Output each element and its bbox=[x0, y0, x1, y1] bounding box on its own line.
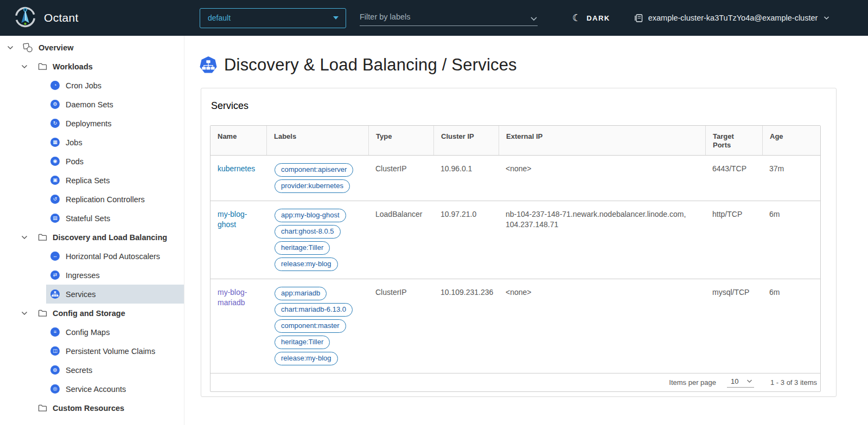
sidebar-item-secrets[interactable]: ◍Secrets bbox=[46, 360, 184, 379]
cell-age: 37m bbox=[762, 156, 820, 201]
context-value: example-cluster-ka3TuTzYo4a@example-clus… bbox=[648, 14, 818, 22]
stateful-sets-icon: ▤ bbox=[50, 214, 60, 223]
label-badge[interactable]: chart:ghost-8.0.5 bbox=[275, 225, 341, 239]
folder-icon bbox=[38, 309, 47, 317]
daemon-sets-icon: ⚙ bbox=[50, 100, 60, 109]
sidebar-item-daemon-sets[interactable]: ⚙Daemon Sets bbox=[46, 95, 184, 114]
table-header-row: NameLabelsTypeCluster IPExternal IPTarge… bbox=[210, 126, 820, 156]
card-title: Services bbox=[211, 100, 821, 112]
cell-external-ip: <none> bbox=[499, 156, 705, 201]
caret-down-icon bbox=[333, 16, 339, 20]
secrets-icon: ◍ bbox=[50, 365, 60, 375]
chevron-down-icon bbox=[824, 16, 829, 20]
label-filter bbox=[360, 12, 538, 26]
service-name-link[interactable]: kubernetes bbox=[218, 164, 255, 173]
brand: Octant bbox=[0, 6, 184, 30]
sidebar-item-config-maps[interactable]: ≡Config Maps bbox=[46, 323, 184, 342]
app-header: Octant default ☾ DARK example-cluster-ka… bbox=[0, 0, 868, 36]
label-badge[interactable]: app:mariadb bbox=[275, 287, 327, 300]
column-header-type: Type bbox=[368, 126, 433, 155]
label-badge[interactable]: app:my-blog-ghost bbox=[275, 209, 346, 222]
main-content: Discovery & Load Balancing / Services Se… bbox=[184, 36, 868, 425]
label-badge[interactable]: provider:kubernetes bbox=[275, 179, 350, 193]
label-badge[interactable]: heritage:Tiller bbox=[275, 336, 330, 349]
sidebar-item-service-accounts[interactable]: ◎Service Accounts bbox=[46, 379, 184, 398]
sidebar-item-jobs[interactable]: ▦Jobs bbox=[46, 133, 184, 152]
service-accounts-icon: ◎ bbox=[50, 384, 60, 394]
items-per-page-label: Items per page bbox=[669, 378, 716, 387]
horizontal-pod-autoscalers-icon: ↔ bbox=[50, 252, 60, 261]
folder-icon bbox=[38, 404, 47, 412]
label-badge[interactable]: release:my-blog bbox=[275, 257, 338, 271]
service-name-link[interactable]: my-blog-mariadb bbox=[218, 288, 247, 307]
chevron-down-icon[interactable] bbox=[21, 65, 28, 69]
octant-logo-icon bbox=[14, 6, 36, 30]
sidebar-item-workloads[interactable]: Workloads bbox=[0, 57, 184, 76]
persistent-volume-claims-icon: ◫ bbox=[50, 346, 60, 356]
column-header-age: Age bbox=[762, 126, 820, 155]
context-selector[interactable]: example-cluster-ka3TuTzYo4a@example-clus… bbox=[634, 14, 830, 23]
deployments-icon: ↻ bbox=[50, 119, 60, 128]
label-badge[interactable]: release:my-blog bbox=[275, 352, 338, 365]
sidebar-item-deployments[interactable]: ↻Deployments bbox=[46, 114, 184, 133]
chevron-down-icon bbox=[746, 379, 752, 383]
cell-name: my-blog-mariadb bbox=[210, 279, 266, 373]
cell-labels: component:apiserverprovider:kubernetes bbox=[266, 156, 368, 201]
sidebar-item-ingresses[interactable]: ⇄Ingresses bbox=[46, 266, 184, 285]
pagination-range: 1 - 3 of 3 items bbox=[770, 378, 817, 387]
services-icon bbox=[50, 289, 60, 299]
namespace-value: default bbox=[208, 14, 231, 22]
cell-cluster-ip: 10.109.231.236 bbox=[433, 279, 499, 373]
sidebar-item-cron-jobs[interactable]: ◔Cron Jobs bbox=[46, 76, 184, 95]
sidebar-item-replication-controllers[interactable]: ↺Replication Controllers bbox=[46, 190, 184, 209]
cron-jobs-icon: ◔ bbox=[50, 81, 60, 90]
cell-type: ClusterIP bbox=[368, 279, 433, 373]
cell-age: 6m bbox=[762, 201, 820, 279]
cell-external-ip: nb-104-237-148-71.newark.nodebalancer.li… bbox=[499, 201, 705, 279]
column-header-target-ports: Target Ports bbox=[705, 126, 762, 155]
sidebar-item-stateful-sets[interactable]: ▤Stateful Sets bbox=[46, 209, 184, 228]
cluster-icon bbox=[634, 14, 643, 23]
column-header-name: Name bbox=[210, 126, 266, 155]
label-badge[interactable]: component:master bbox=[275, 319, 346, 333]
services-table: NameLabelsTypeCluster IPExternal IPTarge… bbox=[210, 125, 821, 392]
moon-icon: ☾ bbox=[572, 13, 581, 23]
sidebar-item-overview[interactable]: Overview bbox=[0, 38, 184, 57]
cell-labels: app:my-blog-ghostchart:ghost-8.0.5herita… bbox=[266, 201, 368, 279]
chevron-down-icon[interactable] bbox=[21, 235, 28, 240]
jobs-icon: ▦ bbox=[50, 138, 60, 147]
page-title-text: Discovery & Load Balancing / Services bbox=[224, 55, 517, 75]
cell-target-ports: mysql/TCP bbox=[705, 279, 762, 373]
cell-type: ClusterIP bbox=[368, 156, 433, 201]
sidebar-item-discovery-and-load-balancing[interactable]: Discovery and Load Balancing bbox=[0, 228, 184, 247]
label-badge[interactable]: chart:mariadb-6.13.0 bbox=[275, 303, 353, 317]
label-badge[interactable]: heritage:Tiller bbox=[275, 241, 330, 255]
sidebar-item-custom-resources[interactable]: Custom Resources bbox=[0, 398, 184, 417]
folder-icon bbox=[38, 62, 47, 70]
label-filter-input[interactable] bbox=[360, 12, 506, 21]
chevron-down-icon[interactable] bbox=[21, 311, 28, 315]
sidebar-item-services[interactable]: Services bbox=[46, 285, 184, 304]
dark-mode-toggle[interactable]: ☾ DARK bbox=[572, 13, 610, 23]
overview-icon bbox=[23, 43, 33, 53]
service-name-link[interactable]: my-blog-ghost bbox=[218, 210, 247, 229]
sidebar-item-pods[interactable]: ◉Pods bbox=[46, 152, 184, 171]
sidebar-item-config-and-storage[interactable]: Config and Storage bbox=[0, 304, 184, 323]
namespace-select[interactable]: default bbox=[200, 8, 346, 28]
label-badge[interactable]: component:apiserver bbox=[275, 163, 353, 177]
column-header-labels: Labels bbox=[266, 126, 368, 155]
ingresses-icon: ⇄ bbox=[50, 271, 60, 280]
table-row: my-blog-mariadbapp:mariadbchart:mariadb-… bbox=[210, 279, 820, 373]
table-row: my-blog-ghostapp:my-blog-ghostchart:ghos… bbox=[210, 201, 820, 279]
chevron-down-icon[interactable] bbox=[7, 46, 14, 50]
items-per-page-select[interactable]: 10 bbox=[727, 377, 754, 388]
sidebar-item-replica-sets[interactable]: ▣Replica Sets bbox=[46, 171, 184, 190]
sidebar-item-persistent-volume-claims[interactable]: ◫Persistent Volume Claims bbox=[46, 342, 184, 360]
replica-sets-icon: ▣ bbox=[50, 176, 60, 185]
sidebar-item-horizontal-pod-autoscalers[interactable]: ↔Horizontal Pod Autoscalers bbox=[46, 247, 184, 266]
replication-controllers-icon: ↺ bbox=[50, 195, 60, 204]
config-maps-icon: ≡ bbox=[50, 327, 60, 337]
cell-name: my-blog-ghost bbox=[210, 201, 266, 279]
sidebar-nav: OverviewWorkloads◔Cron Jobs⚙Daemon Sets↻… bbox=[0, 36, 184, 425]
chevron-down-icon[interactable] bbox=[530, 16, 538, 21]
